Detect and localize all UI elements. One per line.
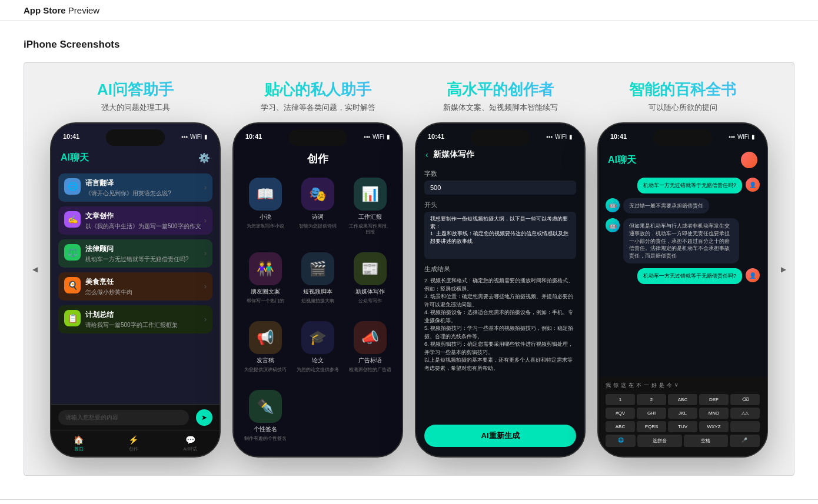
key-def[interactable]: DEF <box>699 394 729 405</box>
phone4-title: AI聊天 <box>608 154 636 166</box>
key-wxyz[interactable]: WXYZ <box>699 421 729 432</box>
arrow-icon-5: › <box>204 315 207 323</box>
phone3-frame: 10:41 ▪▪▪ WiFi ▮ ‹ 新媒体写作 字数 <box>415 122 586 458</box>
home-icon: 🏠 <box>74 435 84 445</box>
media-sublabel: 公众号写作 <box>358 298 382 304</box>
phone4-caption: 智能的百科全书 可以随心所欲的提问 <box>597 81 768 113</box>
scroll-left-arrow[interactable]: ◀ <box>29 263 41 275</box>
phone1-caption-sub: 强大的问题处理工具 <box>50 102 221 113</box>
key-empty[interactable] <box>730 421 760 432</box>
creation-novel[interactable]: 📖 小说 为您定制写作小说 <box>243 178 288 245</box>
thesis-icon-box: 🎓 <box>301 321 334 354</box>
creation-moments[interactable]: 👫 朋友圈文案 帮你写一个热门的 <box>243 252 288 314</box>
p2-battery-icon: ▮ <box>387 133 390 140</box>
chat-item-4[interactable]: 🍳 美食烹饪 怎么做小炒黄牛肉 › <box>58 272 212 301</box>
quick-word-4[interactable]: 在 <box>629 382 634 389</box>
creation-slogan[interactable]: 📣 广告标语 检测原创性的广告语 <box>347 321 393 383</box>
creation-poetry[interactable]: 🎭 诗词 智能为您提供诗词 <box>295 178 341 245</box>
creation-signature[interactable]: ✒️ 个性签名 制作有趣的个性签名 <box>243 390 288 452</box>
poetry-label: 诗词 <box>312 213 324 221</box>
phone-card-3: 高水平的创作者 新媒体文案、短视频脚本智能续写 10:41 ▪▪▪ WiFi ▮ <box>415 81 586 458</box>
creation-media[interactable]: 📰 新媒体写作 公众号写作 <box>347 252 393 314</box>
user-bubble-2: 机动车一方无过错就等于无赔偿责任吗? <box>637 268 742 284</box>
key-pqrs[interactable]: PQRS <box>637 421 666 432</box>
ai-avatar-2: 🤖 <box>606 218 620 232</box>
phone4-caption-main: 智能的百科全书 <box>597 81 768 99</box>
phone3-content: 10:41 ▪▪▪ WiFi ▮ ‹ 新媒体写作 字数 <box>416 124 584 456</box>
phone4-caption-sub: 可以随心所欲的提问 <box>597 102 768 113</box>
signature-label: 个性签名 <box>254 425 277 433</box>
generate-button[interactable]: AI重新生成 <box>424 425 576 447</box>
key-ghi[interactable]: GHI <box>637 408 666 419</box>
key-hash[interactable]: #QV <box>606 408 635 419</box>
quick-word-6[interactable]: 一 <box>644 382 649 389</box>
key-mic[interactable]: 🎤 <box>730 435 760 447</box>
send-button[interactable]: ➤ <box>196 409 212 426</box>
creation-thesis[interactable]: 🎓 论文 为您的论文提供参考 <box>295 321 341 383</box>
chat-item-5[interactable]: 📋 计划总结 请给我写一篇500字的工作汇报框架 › <box>58 305 212 333</box>
back-button[interactable]: ‹ <box>425 150 428 159</box>
quick-word-9[interactable]: 今 <box>667 382 672 389</box>
scroll-right-arrow[interactable]: ▶ <box>777 263 789 275</box>
quick-word-8[interactable]: 是 <box>659 382 664 389</box>
creation-speech[interactable]: 📢 发言稿 为您提供演讲稿技巧 <box>243 321 288 383</box>
chat-item-2[interactable]: ✍️ 文章创作 以《我的高中生活》为题写一篇500字的作文 › <box>58 206 212 235</box>
phone4-status-icons: ▪▪▪ WiFi ▮ <box>729 133 755 140</box>
video-label: 短视频脚本 <box>303 288 332 296</box>
cooking-icon: 🍳 <box>64 277 81 293</box>
signature-icon-box: ✒️ <box>249 390 282 423</box>
key-abc2[interactable]: ABC <box>606 421 635 432</box>
creation-video[interactable]: 🎬 短视频脚本 短视频拍摄大纲 <box>295 252 341 314</box>
chat-item-1-text: 语言翻译 《请开心见到你》用英语怎么说? <box>85 178 171 197</box>
chat-item-3[interactable]: ⚖️ 法律顾问 机动车一方无过错就等于无赔偿责任吗? › <box>58 239 212 268</box>
key-globe[interactable]: 🌐 <box>606 435 636 447</box>
key-1[interactable]: 1 <box>606 394 635 405</box>
result-label: 生成结果 <box>424 265 576 273</box>
nav-home-label: 首页 <box>74 446 84 452</box>
quick-words: 我 你 这 在 不 一 好 是 今 ∨ <box>606 382 760 389</box>
translate-icon: 🌐 <box>64 178 81 195</box>
p4-battery-icon: ▮ <box>752 133 755 140</box>
gear-icon[interactable]: ⚙️ <box>198 152 210 164</box>
slogan-label: 广告标语 <box>358 356 382 365</box>
phone2-caption-sub: 学习、法律等各类问题，实时解答 <box>232 102 403 113</box>
key-jkl[interactable]: JKL <box>668 408 697 419</box>
plan-icon: 📋 <box>64 310 81 326</box>
key-tuv[interactable]: TUV <box>668 421 697 432</box>
key-backspace[interactable]: ⌫ <box>730 394 760 405</box>
nav-create[interactable]: ⚡ 创作 <box>128 435 138 452</box>
phone1-input[interactable]: 请输入您想要的内容 <box>58 410 189 425</box>
key-caps[interactable]: △△ <box>730 408 760 419</box>
phone1-top-title: AI聊天 <box>61 152 89 164</box>
media-label: 新媒体写作 <box>355 288 385 296</box>
creation-report[interactable]: 📊 工作汇报 工作成果写作周报、日报 <box>347 178 393 245</box>
phone3-caption-sub: 新媒体文案、短视频脚本智能续写 <box>415 102 586 113</box>
chat-item-5-left: 📋 计划总结 请给我写一篇500字的工作汇报框架 <box>64 310 178 329</box>
phone4-time: 10:41 <box>610 133 627 140</box>
phone1-nav: 🏠 首页 ⚡ 创作 💬 AI对话 <box>51 430 220 456</box>
chat-item-2-left: ✍️ 文章创作 以《我的高中生活》为题写一篇500字的作文 <box>64 211 201 230</box>
key-abc[interactable]: ABC <box>668 394 697 405</box>
phone3-caption-main: 高水平的创作者 <box>415 81 586 99</box>
intro-input[interactable]: 我想要制作一份短视频拍摄大纲，以下是一些可以考虑的要素：1. 主题和故事线：确定… <box>424 212 576 259</box>
expand-icon[interactable]: ∨ <box>674 382 679 389</box>
chat-item-1[interactable]: 🌐 语言翻译 《请开心见到你》用英语怎么说? › <box>58 173 212 202</box>
nav-chat[interactable]: 💬 AI对话 <box>183 435 197 452</box>
quick-word-5[interactable]: 不 <box>636 382 641 389</box>
key-2[interactable]: 2 <box>637 394 666 405</box>
screenshots-scroll-area[interactable]: ◀ AI问答助手 强大的问题处理工具 10:41 ▪▪▪ WiFi <box>24 62 794 476</box>
quick-word-3[interactable]: 这 <box>621 382 626 389</box>
video-sublabel: 短视频拍摄大纲 <box>301 298 334 304</box>
quick-word-2[interactable]: 你 <box>613 382 619 389</box>
key-mno[interactable]: MNO <box>699 408 729 419</box>
nav-home[interactable]: 🏠 首页 <box>74 435 84 452</box>
quick-word-7[interactable]: 好 <box>651 382 657 389</box>
ai-bubble-2: 但如果是机动车与行人或者非机动车发生交通事故的，机动车一方即使无责任也要承担一小… <box>623 218 739 263</box>
moments-icon-box: 👫 <box>249 252 282 285</box>
phone3-notch <box>471 129 530 146</box>
quick-word-1[interactable]: 我 <box>606 382 611 389</box>
word-count-input[interactable]: 500 <box>424 181 576 195</box>
keyboard-row-2: #QV GHI JKL MNO △△ <box>606 408 760 419</box>
key-space[interactable]: 空格 <box>684 435 728 447</box>
key-pinyin[interactable]: 选拼音 <box>637 435 681 447</box>
